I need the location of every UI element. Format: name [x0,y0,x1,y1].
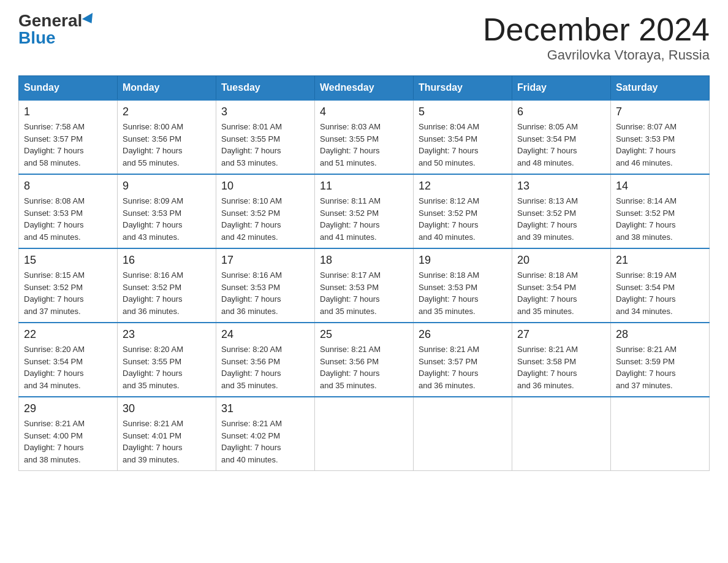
day-info: Sunrise: 7:58 AM Sunset: 3:57 PM Dayligh… [24,121,112,169]
day-info: Sunrise: 8:17 AM Sunset: 3:53 PM Dayligh… [320,269,408,317]
logo-arrow-icon [82,13,97,26]
calendar-cell: 25Sunrise: 8:21 AM Sunset: 3:56 PM Dayli… [315,323,414,397]
calendar-day-header: Wednesday [315,76,414,101]
logo: General Blue [18,12,96,47]
calendar-cell: 31Sunrise: 8:21 AM Sunset: 4:02 PM Dayli… [216,397,315,471]
calendar-cell: 23Sunrise: 8:20 AM Sunset: 3:55 PM Dayli… [118,323,216,397]
day-number: 13 [517,180,605,193]
day-number: 31 [221,402,309,415]
day-info: Sunrise: 8:05 AM Sunset: 3:54 PM Dayligh… [517,121,605,169]
calendar-day-header: Thursday [414,76,512,101]
day-info: Sunrise: 8:09 AM Sunset: 3:53 PM Dayligh… [123,195,211,243]
day-info: Sunrise: 8:19 AM Sunset: 3:54 PM Dayligh… [616,269,704,317]
day-number: 29 [24,402,112,415]
calendar-cell: 22Sunrise: 8:20 AM Sunset: 3:54 PM Dayli… [19,323,118,397]
calendar-week-row: 15Sunrise: 8:15 AM Sunset: 3:52 PM Dayli… [19,248,710,323]
day-number: 21 [616,254,704,267]
day-info: Sunrise: 8:04 AM Sunset: 3:54 PM Dayligh… [419,121,507,169]
calendar-cell: 18Sunrise: 8:17 AM Sunset: 3:53 PM Dayli… [315,248,414,323]
day-number: 19 [419,254,507,267]
day-info: Sunrise: 8:13 AM Sunset: 3:52 PM Dayligh… [517,195,605,243]
calendar-cell: 13Sunrise: 8:13 AM Sunset: 3:52 PM Dayli… [512,174,611,248]
calendar-cell: 1Sunrise: 7:58 AM Sunset: 3:57 PM Daylig… [19,100,118,174]
day-number: 7 [616,105,704,118]
calendar-week-row: 22Sunrise: 8:20 AM Sunset: 3:54 PM Dayli… [19,323,710,397]
logo-general-text: General [18,12,82,29]
day-number: 16 [123,254,211,267]
day-number: 14 [616,180,704,193]
calendar-cell: 10Sunrise: 8:10 AM Sunset: 3:52 PM Dayli… [216,174,315,248]
calendar-cell: 27Sunrise: 8:21 AM Sunset: 3:58 PM Dayli… [512,323,611,397]
header-row: SundayMondayTuesdayWednesdayThursdayFrid… [19,76,710,101]
calendar-day-header: Monday [118,76,216,101]
day-number: 3 [221,105,309,118]
calendar-cell: 11Sunrise: 8:11 AM Sunset: 3:52 PM Dayli… [315,174,414,248]
calendar-header: SundayMondayTuesdayWednesdayThursdayFrid… [19,76,710,101]
day-number: 5 [419,105,507,118]
calendar-cell: 6Sunrise: 8:05 AM Sunset: 3:54 PM Daylig… [512,100,611,174]
day-number: 22 [24,328,112,341]
day-info: Sunrise: 8:11 AM Sunset: 3:52 PM Dayligh… [320,195,408,243]
day-info: Sunrise: 8:21 AM Sunset: 4:01 PM Dayligh… [123,418,211,465]
calendar-body: 1Sunrise: 7:58 AM Sunset: 3:57 PM Daylig… [19,100,710,471]
day-info: Sunrise: 8:08 AM Sunset: 3:53 PM Dayligh… [24,195,112,243]
day-number: 24 [221,328,309,341]
calendar-cell: 15Sunrise: 8:15 AM Sunset: 3:52 PM Dayli… [19,248,118,323]
day-info: Sunrise: 8:21 AM Sunset: 3:56 PM Dayligh… [320,343,408,391]
day-number: 27 [517,328,605,341]
day-number: 26 [419,328,507,341]
day-number: 1 [24,105,112,118]
day-number: 11 [320,180,408,193]
day-info: Sunrise: 8:18 AM Sunset: 3:54 PM Dayligh… [517,269,605,317]
day-number: 25 [320,328,408,341]
day-info: Sunrise: 8:12 AM Sunset: 3:52 PM Dayligh… [419,195,507,243]
day-info: Sunrise: 8:07 AM Sunset: 3:53 PM Dayligh… [616,121,704,169]
day-number: 17 [221,254,309,267]
calendar-cell: 17Sunrise: 8:16 AM Sunset: 3:53 PM Dayli… [216,248,315,323]
page-header: General Blue December 2024 Gavrilovka Vt… [18,12,710,63]
day-info: Sunrise: 8:21 AM Sunset: 3:57 PM Dayligh… [419,343,507,391]
day-number: 4 [320,105,408,118]
day-info: Sunrise: 8:01 AM Sunset: 3:55 PM Dayligh… [221,121,309,169]
calendar-cell: 14Sunrise: 8:14 AM Sunset: 3:52 PM Dayli… [611,174,710,248]
calendar-cell [315,397,414,471]
calendar-cell [611,397,710,471]
day-info: Sunrise: 8:16 AM Sunset: 3:53 PM Dayligh… [221,269,309,317]
day-info: Sunrise: 8:03 AM Sunset: 3:55 PM Dayligh… [320,121,408,169]
calendar-day-header: Friday [512,76,611,101]
calendar-week-row: 1Sunrise: 7:58 AM Sunset: 3:57 PM Daylig… [19,100,710,174]
day-info: Sunrise: 8:21 AM Sunset: 4:02 PM Dayligh… [221,418,309,465]
calendar-cell [414,397,512,471]
calendar-cell: 5Sunrise: 8:04 AM Sunset: 3:54 PM Daylig… [414,100,512,174]
calendar-cell: 4Sunrise: 8:03 AM Sunset: 3:55 PM Daylig… [315,100,414,174]
calendar-cell: 3Sunrise: 8:01 AM Sunset: 3:55 PM Daylig… [216,100,315,174]
day-info: Sunrise: 8:20 AM Sunset: 3:56 PM Dayligh… [221,343,309,391]
day-number: 15 [24,254,112,267]
calendar-cell: 28Sunrise: 8:21 AM Sunset: 3:59 PM Dayli… [611,323,710,397]
logo-blue-text: Blue [18,29,56,47]
day-number: 6 [517,105,605,118]
calendar-table: SundayMondayTuesdayWednesdayThursdayFrid… [18,75,710,471]
calendar-cell: 9Sunrise: 8:09 AM Sunset: 3:53 PM Daylig… [118,174,216,248]
calendar-cell: 12Sunrise: 8:12 AM Sunset: 3:52 PM Dayli… [414,174,512,248]
location-text: Gavrilovka Vtoraya, Russia [483,47,710,63]
calendar-week-row: 8Sunrise: 8:08 AM Sunset: 3:53 PM Daylig… [19,174,710,248]
calendar-cell: 2Sunrise: 8:00 AM Sunset: 3:56 PM Daylig… [118,100,216,174]
calendar-day-header: Saturday [611,76,710,101]
calendar-cell: 8Sunrise: 8:08 AM Sunset: 3:53 PM Daylig… [19,174,118,248]
day-info: Sunrise: 8:21 AM Sunset: 4:00 PM Dayligh… [24,418,112,465]
day-info: Sunrise: 8:14 AM Sunset: 3:52 PM Dayligh… [616,195,704,243]
day-number: 10 [221,180,309,193]
day-info: Sunrise: 8:15 AM Sunset: 3:52 PM Dayligh… [24,269,112,317]
title-block: December 2024 Gavrilovka Vtoraya, Russia [483,12,710,63]
calendar-cell: 26Sunrise: 8:21 AM Sunset: 3:57 PM Dayli… [414,323,512,397]
calendar-cell: 30Sunrise: 8:21 AM Sunset: 4:01 PM Dayli… [118,397,216,471]
day-number: 28 [616,328,704,341]
calendar-day-header: Sunday [19,76,118,101]
day-info: Sunrise: 8:20 AM Sunset: 3:54 PM Dayligh… [24,343,112,391]
day-info: Sunrise: 8:00 AM Sunset: 3:56 PM Dayligh… [123,121,211,169]
day-number: 2 [123,105,211,118]
calendar-cell: 16Sunrise: 8:16 AM Sunset: 3:52 PM Dayli… [118,248,216,323]
day-info: Sunrise: 8:18 AM Sunset: 3:53 PM Dayligh… [419,269,507,317]
calendar-cell: 19Sunrise: 8:18 AM Sunset: 3:53 PM Dayli… [414,248,512,323]
